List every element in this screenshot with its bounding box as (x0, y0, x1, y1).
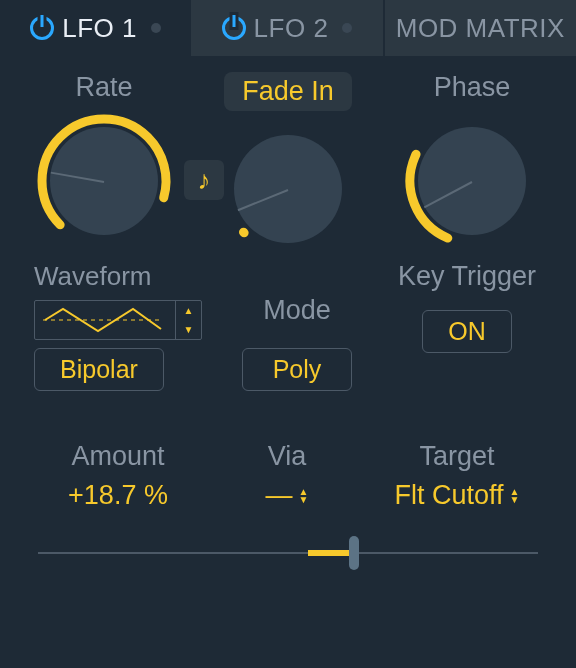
target-select[interactable]: Flt Cutoff ▲▼ (395, 480, 520, 511)
waveform-label: Waveform (34, 261, 152, 292)
tab-lfo2-label: LFO 2 (254, 13, 329, 44)
chevron-down-icon[interactable]: ▼ (176, 320, 201, 339)
power-icon[interactable] (30, 16, 54, 40)
waveform-column: Waveform ▲ ▼ Bipolar (34, 261, 202, 391)
tab-matrix-label: MOD MATRIX (396, 13, 565, 44)
mode-label: Mode (263, 295, 331, 326)
mod-dot-icon (151, 23, 161, 33)
via-label: Via (268, 441, 307, 472)
target-value: Flt Cutoff (395, 480, 504, 511)
rate-column: Rate (34, 72, 174, 259)
select-chevrons-icon: ▲▼ (299, 488, 309, 504)
phase-label: Phase (434, 72, 511, 103)
slider-track-line (38, 552, 538, 554)
slider-thumb[interactable] (349, 536, 359, 570)
lfo-panel: Rate Fade In Phase (0, 56, 576, 593)
slider-fill (308, 550, 354, 556)
fade-in-label[interactable]: Fade In (224, 72, 352, 111)
target-label: Target (419, 441, 494, 472)
select-chevrons-icon: ▲▼ (510, 488, 520, 504)
rate-label: Rate (75, 72, 132, 103)
tab-lfo1-label: LFO 1 (62, 13, 137, 44)
tab-bar: LFO 1 LFO 2 MOD MATRIX (0, 0, 576, 56)
sync-to-tempo-button[interactable]: ♪ (184, 160, 224, 200)
tab-lfo1[interactable]: LFO 1 (0, 0, 191, 56)
amount-column: Amount +18.7 % (34, 441, 202, 511)
key-trigger-column: Key Trigger ON (392, 261, 542, 391)
amount-value[interactable]: +18.7 % (68, 480, 168, 511)
target-column: Target Flt Cutoff ▲▼ (372, 441, 542, 511)
triangle-wave-icon (43, 307, 163, 333)
note-icon: ♪ (198, 165, 211, 196)
phase-knob[interactable] (402, 111, 542, 251)
tab-lfo2[interactable]: LFO 2 (191, 0, 384, 56)
mode-button[interactable]: Poly (242, 348, 352, 391)
tab-mod-matrix[interactable]: MOD MATRIX (385, 0, 576, 56)
amount-slider[interactable] (34, 533, 542, 573)
key-trigger-button[interactable]: ON (422, 310, 512, 353)
via-column: Via — ▲▼ (212, 441, 362, 511)
phase-column: Phase (402, 72, 542, 259)
waveform-select[interactable]: ▲ ▼ (34, 300, 202, 340)
polarity-button[interactable]: Bipolar (34, 348, 164, 391)
chevron-up-icon[interactable]: ▲ (176, 301, 201, 320)
amount-label: Amount (71, 441, 164, 472)
key-trigger-label: Key Trigger (398, 261, 536, 292)
fade-in-knob[interactable] (218, 119, 358, 259)
waveform-stepper[interactable]: ▲ ▼ (175, 301, 201, 339)
via-select[interactable]: — ▲▼ (266, 480, 309, 511)
via-value: — (266, 480, 293, 511)
power-icon[interactable] (222, 16, 246, 40)
mod-dot-icon (342, 23, 352, 33)
mode-column: Mode Poly (222, 261, 372, 391)
fade-in-column: Fade In (218, 72, 358, 259)
rate-knob[interactable] (34, 111, 174, 251)
